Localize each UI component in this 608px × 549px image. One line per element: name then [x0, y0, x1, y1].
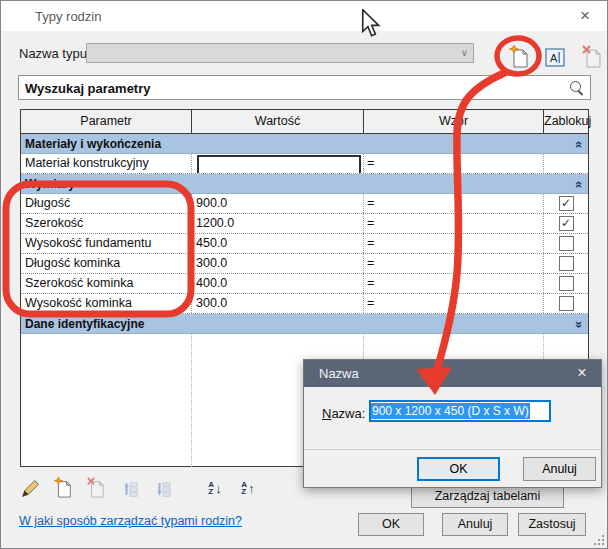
dialog-title: Typy rodzin — [35, 9, 101, 24]
lock-checkbox[interactable]: ✓ — [559, 216, 574, 231]
table-row-dlugosc-kominka[interactable]: Długość kominka 300.0 = — [21, 254, 588, 274]
type-name-combobox[interactable]: ∨ — [86, 43, 474, 63]
lock-checkbox[interactable]: ✓ — [559, 196, 574, 211]
name-dialog-titlebar: Nazwa — [304, 360, 601, 387]
family-types-dialog: Typy rodzin × Nazwa typu: ∨ A — [0, 0, 608, 549]
name-dialog-close-icon[interactable]: × — [573, 364, 591, 382]
column-header-zablokuj[interactable]: Zablokuj — [543, 110, 588, 133]
selected-text: 900 x 1200 x 450 (D x S x W) — [371, 403, 530, 419]
table-row-material-konstrukcyjny[interactable]: Materiał konstrukcyjny = — [21, 154, 588, 174]
move-up-icon[interactable] — [118, 477, 140, 499]
close-icon[interactable]: × — [575, 6, 595, 26]
section-header-materialy[interactable]: Materiały i wykończenia — [21, 134, 588, 154]
chevron-double-up-icon[interactable] — [572, 175, 588, 193]
sort-ascending-icon[interactable]: AZ↓ — [204, 477, 226, 499]
main-titlebar: Typy rodzin × — [1, 1, 607, 31]
help-link[interactable]: W jaki sposób zarządzać typami rodzin? — [19, 514, 242, 528]
edit-pencil-icon[interactable] — [19, 477, 41, 499]
lock-checkbox[interactable] — [559, 256, 574, 271]
new-parameter-icon[interactable] — [52, 477, 74, 499]
column-header-wartosc[interactable]: Wartość — [191, 110, 363, 133]
search-parameters-box[interactable] — [18, 75, 591, 100]
name-dialog-ok-button[interactable]: OK — [417, 457, 500, 481]
chevron-double-up-icon[interactable] — [572, 135, 588, 153]
new-type-button[interactable] — [508, 45, 530, 69]
table-row-wysokosc-kominka[interactable]: Wysokość kominka 300.0 = — [21, 294, 588, 314]
type-name-label: Nazwa typu: — [19, 46, 91, 61]
chevron-double-down-icon[interactable] — [572, 315, 588, 333]
rename-type-button[interactable]: A — [545, 48, 567, 72]
sort-descending-icon[interactable]: AZ↑ — [237, 477, 259, 499]
name-dialog-cancel-button[interactable]: Anuluj — [523, 457, 596, 481]
name-dialog-title: Nazwa — [319, 366, 359, 381]
mouse-cursor-icon — [361, 9, 381, 43]
name-field-label: Nazwa: — [322, 406, 365, 421]
material-value-input[interactable] — [197, 155, 361, 173]
move-down-icon[interactable] — [151, 477, 173, 499]
lock-checkbox[interactable] — [559, 296, 574, 311]
table-header: Parametr Wartość Wzór Zablokuj — [21, 110, 588, 134]
table-row-szerokosc-kominka[interactable]: Szerokość kominka 400.0 = — [21, 274, 588, 294]
search-input[interactable] — [23, 78, 567, 98]
table-row-wysokosc-fundamentu[interactable]: Wysokość fundamentu 450.0 = — [21, 234, 588, 254]
cancel-button[interactable]: Anuluj — [442, 513, 508, 536]
delete-parameter-icon[interactable] — [85, 477, 107, 499]
section-header-dane-identyfikacyjne[interactable]: Dane identyfikacyjne — [21, 314, 588, 334]
delete-type-button[interactable] — [581, 45, 603, 69]
table-row-dlugosc[interactable]: Długość 900.0 = ✓ — [21, 194, 588, 214]
resize-grip[interactable] — [594, 535, 604, 545]
column-header-parametr[interactable]: Parametr — [21, 110, 191, 133]
ok-button[interactable]: OK — [358, 513, 424, 536]
apply-button[interactable]: Zastosuj — [518, 513, 586, 536]
chevron-down-icon: ∨ — [461, 47, 468, 58]
lock-checkbox[interactable] — [559, 236, 574, 251]
name-input[interactable]: 900 x 1200 x 450 (D x S x W) — [369, 400, 551, 422]
table-row-szerokosc[interactable]: Szerokość 1200.0 = ✓ — [21, 214, 588, 234]
name-dialog: Nazwa × Nazwa: 900 x 1200 x 450 (D x S x… — [303, 359, 602, 488]
svg-text:A: A — [550, 52, 558, 64]
section-header-wymiary[interactable]: Wymiary — [21, 174, 588, 194]
dialog-separator — [304, 449, 601, 450]
column-header-wzor[interactable]: Wzór — [363, 110, 543, 133]
lock-checkbox[interactable] — [559, 276, 574, 291]
search-icon — [569, 80, 584, 95]
parameter-toolbar: AZ↓ AZ↑ — [19, 475, 259, 501]
